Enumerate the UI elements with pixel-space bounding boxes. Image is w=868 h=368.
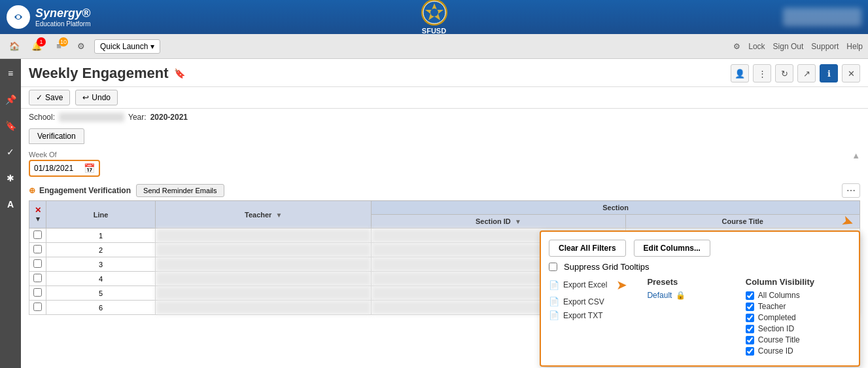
section-id-filter-icon[interactable]: ▼ — [515, 218, 521, 225]
row-checkbox[interactable] — [33, 245, 42, 253]
sign-out-button[interactable]: Sign Out — [773, 42, 804, 51]
row-checkbox[interactable] — [33, 274, 42, 282]
clear-all-filters-button[interactable]: Clear All Filters — [549, 240, 626, 257]
collapse-btn[interactable]: ▲ — [852, 151, 860, 160]
logo-text: Synergy® Education Platform — [35, 7, 91, 28]
page-title: Weekly Engagement — [29, 65, 169, 82]
excel-icon: 📄 — [549, 280, 559, 290]
line-cell: 5 — [46, 286, 156, 301]
row-checkbox[interactable] — [33, 288, 42, 297]
brand-name: Synergy® — [35, 7, 91, 20]
col-vis-course-id-checkbox[interactable] — [746, 347, 754, 356]
external-link-btn[interactable]: ↗ — [797, 64, 816, 83]
row-checkbox[interactable] — [33, 259, 42, 268]
school-info: School: Year: 2020-2021 — [21, 109, 868, 126]
teacher-cell — [156, 229, 372, 243]
help-button[interactable]: Help — [846, 42, 863, 51]
preset-default-item[interactable]: Default 🔒 — [647, 291, 735, 300]
undo-button[interactable]: ↩ Undo — [75, 90, 118, 105]
school-label: School: — [29, 113, 55, 122]
tasks-icon[interactable]: ≡ 10 — [50, 37, 68, 56]
suppress-tooltips-checkbox[interactable] — [549, 263, 557, 271]
sidebar-check-icon[interactable]: ✓ — [1, 143, 20, 161]
popup-main: 📄 Export Excel ➤ 📄 Export CSV 📄 Export T… — [549, 277, 851, 358]
row-checkbox[interactable] — [33, 303, 42, 311]
center-logo: SFUSD — [421, 0, 447, 35]
col-vis-completed-checkbox[interactable] — [746, 314, 754, 322]
sidebar-menu-icon[interactable]: ≡ — [1, 64, 20, 83]
col-vis-all-columns: All Columns — [746, 291, 851, 300]
section-header: Section — [372, 201, 860, 215]
quick-launch-button[interactable]: Quick Launch ▾ — [94, 39, 160, 54]
brand-sub: Education Platform — [35, 20, 91, 28]
settings-icon[interactable]: ⚙ — [72, 37, 90, 56]
menu-dots-btn[interactable]: ⋮ — [753, 64, 771, 83]
popup-row1: Clear All Filters Edit Columns... — [549, 240, 851, 257]
page-layout: ≡ 📌 🔖 ✓ ✱ A Weekly Engagement 🔖 👤 ⋮ ↻ ↗ … — [0, 59, 868, 368]
logo-area: Synergy® Education Platform — [7, 5, 91, 29]
teacher-filter-icon[interactable]: ▼ — [275, 212, 282, 219]
main-content: Weekly Engagement 🔖 👤 ⋮ ↻ ↗ ℹ ✕ ✓ Save ↩… — [21, 59, 868, 368]
delete-all-icon[interactable]: ✕ — [35, 206, 41, 215]
row-checkbox[interactable] — [33, 230, 42, 239]
teacher-cell — [156, 272, 372, 286]
close-header-btn[interactable]: ✕ — [842, 64, 860, 83]
export-csv-button[interactable]: 📄 Export CSV — [549, 297, 636, 306]
second-nav-right: ⚙ Lock Sign Out Support Help — [733, 42, 863, 51]
grid-header-row: ⊕ Engagement Verification Send Reminder … — [29, 183, 860, 198]
header-actions: 👤 ⋮ ↻ ↗ ℹ ✕ — [731, 64, 860, 83]
presets-title: Presets — [647, 277, 735, 287]
page-header: Weekly Engagement 🔖 👤 ⋮ ↻ ↗ ℹ ✕ — [21, 59, 868, 87]
col-vis-all-columns-label: All Columns — [758, 291, 800, 300]
grid-section-title: ⊕ Engagement Verification — [29, 186, 131, 195]
col-vis-course-title-checkbox[interactable] — [746, 336, 754, 344]
check-icon: ✓ — [36, 93, 43, 102]
week-of-input-wrap: 📅 — [29, 160, 100, 177]
sfusd-label: SFUSD — [422, 27, 446, 35]
send-reminder-button[interactable]: Send Reminder Emails — [136, 184, 224, 197]
nav-right — [783, 8, 861, 26]
teacher-cell — [156, 243, 372, 257]
export-txt-button[interactable]: 📄 Export TXT — [549, 310, 636, 320]
refresh-btn[interactable]: ↻ — [775, 64, 793, 83]
teacher-col-header: Teacher ▼ — [156, 201, 372, 229]
section-id-col-header: Section ID ▼ — [372, 215, 625, 229]
support-button[interactable]: Support — [811, 42, 839, 51]
export-excel-button[interactable]: 📄 Export Excel ➤ — [549, 277, 636, 293]
arrow-to-excel-icon: ➤ — [616, 277, 627, 293]
save-button[interactable]: ✓ Save — [29, 90, 70, 105]
sidebar-bookmark-icon[interactable]: 🔖 — [1, 117, 20, 135]
week-of-input[interactable] — [34, 164, 81, 173]
user-icon-btn[interactable]: 👤 — [731, 64, 749, 83]
lock-button[interactable]: Lock — [748, 42, 765, 51]
col-vis-section-id-checkbox[interactable] — [746, 325, 754, 333]
svg-point-3 — [430, 9, 438, 16]
txt-icon: 📄 — [549, 310, 559, 320]
sidebar-a-icon[interactable]: A — [1, 195, 20, 213]
edit-columns-button[interactable]: Edit Columns... — [634, 240, 710, 257]
plus-icon[interactable]: ⊕ — [29, 186, 35, 195]
chevron-down-icon: ▾ — [150, 42, 154, 51]
second-nav: 🏠 🔔 1 ≡ 10 ⚙ Quick Launch ▾ ⚙ Lock Sign … — [0, 34, 868, 59]
home-icon[interactable]: 🏠 — [5, 37, 24, 56]
line-cell: 3 — [46, 257, 156, 272]
page-bookmark-icon[interactable]: 🔖 — [174, 68, 185, 79]
col-vis-teacher-label: Teacher — [758, 302, 786, 311]
col-vis-teacher-checkbox[interactable] — [746, 303, 754, 311]
sidebar-pin-icon[interactable]: 📌 — [1, 90, 20, 109]
toolbar: ✓ Save ↩ Undo — [21, 87, 868, 109]
line-cell: 6 — [46, 301, 156, 315]
tab-verification[interactable]: Verification — [29, 128, 84, 144]
col-vis-all-columns-checkbox[interactable] — [746, 291, 754, 300]
grid-options-popup: ➤ Clear All Filters Edit Columns... Supp… — [540, 230, 860, 367]
top-nav: Synergy® Education Platform SFUSD — [0, 0, 868, 34]
sidebar-star-icon[interactable]: ✱ — [1, 169, 20, 187]
gear-icon[interactable]: ⚙ — [733, 42, 740, 51]
col-vis-completed: Completed — [746, 313, 851, 322]
col-vis-teacher: Teacher — [746, 302, 851, 311]
calendar-icon[interactable]: 📅 — [84, 163, 95, 174]
notification-icon[interactable]: 🔔 1 — [27, 37, 46, 56]
info-btn[interactable]: ℹ — [820, 64, 838, 83]
col-vis-completed-label: Completed — [758, 313, 796, 322]
grid-menu-button[interactable]: ⋯ — [842, 183, 860, 198]
